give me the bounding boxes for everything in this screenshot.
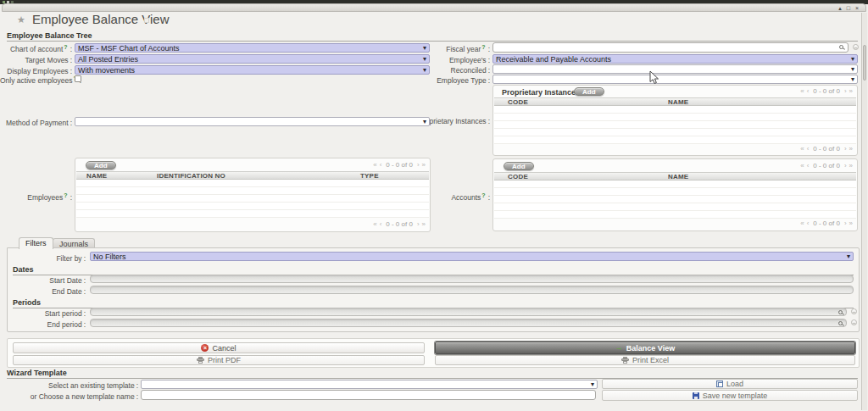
cancel-button[interactable]: × Cancel [13,342,425,353]
pager-first-button[interactable]: « [373,221,376,228]
end-period-input[interactable] [90,319,847,327]
column-name[interactable]: NAME [668,99,688,106]
pager-prev-button[interactable]: ‹ [380,162,382,169]
employees-mode-label: Employee's: [364,56,490,64]
selected-value: No Filters [93,253,126,261]
help-icon[interactable]: ? [481,192,485,198]
help-icon[interactable]: ? [481,44,485,50]
existing-template-select[interactable]: ▾ [141,380,598,389]
pager-last-button[interactable]: » [849,146,853,153]
start-date-input[interactable] [90,275,854,283]
start-period-extra-button[interactable] [851,308,857,314]
column-identification-no[interactable]: IDENTIFICATION NO [157,173,225,180]
window-restore-icon[interactable]: □ [847,4,850,12]
only-active-employees-checkbox[interactable] [75,75,81,82]
fiscal-year-extra-button[interactable] [853,44,859,50]
add-proprietary-instance-button[interactable]: Add [574,87,604,96]
search-icon[interactable] [838,321,843,325]
pager-next-button[interactable]: › [417,221,420,228]
pager-prev-button[interactable]: ‹ [807,146,810,153]
balance-view-button[interactable]: → Balance View [435,342,855,354]
selected-value: With movements [78,66,135,75]
table-header: CODE NAME [494,172,856,181]
label-colon: : [70,67,72,75]
pager-next-button[interactable]: › [844,220,847,227]
search-icon[interactable] [838,310,843,314]
pager: «‹0 - 0 of 0›» [373,162,426,169]
scrollbar-thumb[interactable] [863,45,866,81]
window-close-icon[interactable]: × [855,4,859,12]
pager-last-button[interactable]: » [422,162,426,169]
proprietary-instances-panel: Proprietary Instances Add «‹0 - 0 of 0›»… [492,85,858,156]
print-excel-button[interactable]: Print Excel [435,355,855,365]
chevron-down-icon: ▾ [591,381,594,388]
table-row [494,203,856,211]
column-type[interactable]: TYPE [360,173,379,180]
pager: «‹0 - 0 of 0›» [800,88,853,95]
pager-prev-button[interactable]: ‹ [807,163,810,169]
end-period-extra-button[interactable] [851,319,857,325]
button-label: Print Excel [632,356,669,364]
pager-last-button[interactable]: » [849,88,853,95]
label-colon: : [84,276,86,285]
window-controls: ▴ □ × [838,4,859,12]
pager-last-button[interactable]: » [849,163,853,169]
help-icon[interactable]: ? [64,192,67,198]
pager-next-button[interactable]: › [844,163,847,169]
pager-first-button[interactable]: « [800,88,804,95]
table-row [494,196,856,203]
new-template-name-input[interactable] [141,390,596,400]
pager-status: 0 - 0 of 0 [386,221,413,228]
help-icon[interactable]: ? [64,44,67,50]
window-titlebar: ▴ □ × [2,3,866,12]
print-pdf-button[interactable]: Print PDF [13,355,425,365]
add-account-button[interactable]: Add [504,162,534,170]
pager-first-button[interactable]: « [800,146,804,153]
column-code[interactable]: CODE [508,99,528,106]
start-period-input[interactable] [90,308,847,316]
pager-next-button[interactable]: › [844,146,847,153]
fiscal-year-label: Fiscal year?: [364,45,490,53]
reconciled-select[interactable]: ▾ [492,64,858,74]
label-text: Select an existing template [48,381,135,390]
pager-first-button[interactable]: « [800,163,804,169]
save-new-template-button[interactable]: Save new template [602,390,858,401]
pager-next-button[interactable]: › [844,88,847,95]
reconciled-label: Reconciled: [364,66,490,75]
table-row [494,129,856,136]
column-name[interactable]: NAME [668,174,688,181]
load-template-button[interactable]: Load [602,379,858,389]
filter-by-select[interactable]: No Filters▾ [90,252,854,261]
pager-first-button[interactable]: « [800,220,804,227]
employees-mode-select[interactable]: Receivable and Payable Accounts▾ [492,54,858,64]
column-name[interactable]: NAME [86,173,107,180]
table-row [494,121,856,129]
start-period-label: Start period: [8,309,86,318]
vertical-scrollbar[interactable] [861,13,867,410]
favorite-star-icon[interactable]: ★ [17,14,25,25]
tab-filters[interactable]: Filters [19,237,53,249]
table-row [494,181,856,188]
pager-last-button[interactable]: » [422,221,426,228]
pager-prev-button[interactable]: ‹ [380,221,382,228]
label-text: Start period [45,309,82,318]
fiscal-year-input[interactable] [492,42,849,53]
method-of-payment-select[interactable]: ▾ [75,117,430,126]
label-colon: : [136,381,138,390]
filter-by-label: Filter by: [8,254,86,263]
pager-next-button[interactable]: › [417,162,420,169]
pager-first-button[interactable]: « [373,162,376,169]
pager-prev-button[interactable]: ‹ [807,220,810,227]
window-collapse-icon[interactable]: ▴ [838,4,842,12]
pager-prev-button[interactable]: ‹ [807,88,810,95]
employee-type-select[interactable]: ▾ [492,75,858,84]
end-date-input[interactable] [90,286,854,294]
table-body [494,106,856,144]
label-text: Method of Payment [6,119,69,127]
add-employee-button[interactable]: Add [86,161,116,169]
table-row [494,136,856,144]
pager-last-button[interactable]: » [849,220,853,227]
selected-value: MSF - MSF Chart of Accounts [78,44,180,53]
search-icon[interactable] [839,45,843,49]
column-code[interactable]: CODE [508,174,528,181]
